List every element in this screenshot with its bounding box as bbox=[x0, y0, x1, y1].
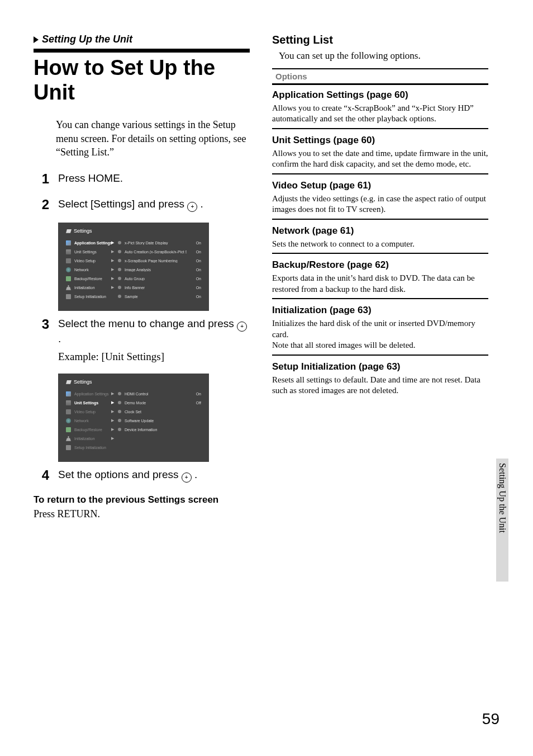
option-value: On bbox=[190, 277, 201, 281]
bullet-icon bbox=[118, 259, 121, 262]
option-block: Video Setup (page 61) Adjusts the video … bbox=[272, 180, 488, 220]
option-label: Auto Creation (x-ScrapBook/x-Pict Story) bbox=[125, 250, 187, 254]
menu-label: Application Settings bbox=[74, 392, 108, 396]
option-label: x-Pict Story Date Display bbox=[125, 241, 187, 245]
bullet-icon bbox=[118, 428, 121, 431]
menu-row: Initialization ▶ Info Banner On bbox=[66, 283, 201, 292]
step-text-b: . bbox=[192, 469, 198, 480]
chevron-right-icon: ▶ bbox=[111, 427, 115, 432]
chevron-right-icon: ▶ bbox=[111, 276, 115, 281]
setup-init-icon bbox=[66, 445, 71, 450]
screenshot-title-text: Settings bbox=[74, 228, 92, 234]
triangle-right-icon bbox=[34, 36, 39, 43]
menu-label: Unit Settings bbox=[74, 250, 108, 254]
initialization-icon bbox=[66, 285, 71, 290]
option-label: Software Update bbox=[125, 419, 187, 423]
bullet-icon bbox=[118, 241, 121, 244]
step-text-b: . bbox=[197, 198, 203, 210]
backup-icon bbox=[66, 427, 71, 432]
option-value: On bbox=[190, 295, 201, 299]
chevron-right-icon: ▶ bbox=[111, 249, 115, 254]
menu-row: Application Settings ▶ HDMI Control On bbox=[66, 389, 201, 398]
enter-button-icon bbox=[182, 472, 192, 483]
backup-icon bbox=[66, 276, 71, 281]
option-block: Backup/Restore (page 62) Exports data in… bbox=[272, 259, 488, 299]
step-text: Press HOME. bbox=[58, 171, 250, 187]
chevron-right-icon: ▶ bbox=[111, 400, 115, 405]
chevron-right-icon: ▶ bbox=[111, 240, 115, 245]
options-rule-thick bbox=[272, 83, 488, 85]
options-rule-top bbox=[272, 68, 488, 69]
option-title: Setup Initialization (page 63) bbox=[272, 361, 488, 372]
option-desc: Allows you to create “x-ScrapBook” and “… bbox=[272, 103, 488, 125]
menu-row: Unit Settings ▶ Auto Creation (x-ScrapBo… bbox=[66, 247, 201, 256]
option-desc: Adjusts the video settings (e.g. in case… bbox=[272, 193, 488, 215]
breadcrumb: Setting Up the Unit bbox=[34, 34, 250, 45]
option-label: Device Information bbox=[125, 428, 187, 432]
menu-row: Video Setup ▶ Clock Set bbox=[66, 407, 201, 416]
app-settings-icon bbox=[66, 391, 71, 396]
option-title: Initialization (page 63) bbox=[272, 305, 488, 316]
step-text-a: Set the options and press bbox=[58, 469, 182, 480]
divider bbox=[272, 253, 488, 254]
option-block: Application Settings (page 60) Allows yo… bbox=[272, 89, 488, 129]
toolbox-icon bbox=[66, 380, 72, 384]
divider bbox=[272, 298, 488, 299]
chevron-right-icon: ▶ bbox=[111, 267, 115, 272]
option-value: On bbox=[190, 250, 201, 254]
option-label: HDMI Control bbox=[125, 392, 187, 396]
menu-label: Video Setup bbox=[74, 259, 108, 263]
options-label: Options bbox=[275, 72, 488, 81]
menu-label: Setup Initialization bbox=[74, 446, 108, 450]
menu-row: Setup Initialization bbox=[66, 443, 201, 452]
enter-button-icon bbox=[237, 322, 247, 332]
screenshot-title-text: Settings bbox=[74, 379, 92, 385]
menu-row: Network ▶ Software Update bbox=[66, 416, 201, 425]
option-title: Network (page 61) bbox=[272, 225, 488, 237]
option-label: Demo Mode bbox=[125, 401, 187, 405]
menu-row: Video Setup ▶ x-ScrapBook Page Numbering… bbox=[66, 256, 201, 265]
bullet-icon bbox=[118, 277, 121, 280]
option-block: Network (page 61) Sets the network to co… bbox=[272, 225, 488, 254]
page-number: 59 bbox=[482, 710, 499, 728]
divider bbox=[272, 355, 488, 356]
menu-label: Application Settings bbox=[74, 241, 108, 245]
bullet-icon bbox=[118, 419, 121, 422]
step-1: 1 Press HOME. bbox=[34, 171, 250, 187]
settings-screenshot-2: Settings Application Settings ▶ HDMI Con… bbox=[58, 374, 209, 462]
chevron-right-icon: ▶ bbox=[111, 418, 115, 423]
bullet-icon bbox=[118, 250, 121, 253]
option-desc: Exports data in the unit’s hard disk to … bbox=[272, 273, 488, 295]
menu-label: Unit Settings bbox=[74, 401, 108, 405]
step-3: 3 Select the menu to change and press . … bbox=[34, 316, 250, 363]
option-value: On bbox=[190, 241, 201, 245]
step-text-b: . bbox=[58, 333, 61, 344]
menu-row: Backup/Restore ▶ Device Information bbox=[66, 425, 201, 434]
section-tab-text: Setting Up the Unit bbox=[496, 459, 508, 582]
menu-label: Initialization bbox=[74, 437, 108, 441]
option-label: Info Banner bbox=[125, 286, 187, 290]
option-title: Application Settings (page 60) bbox=[272, 89, 488, 101]
option-desc: Sets the network to connect to a compute… bbox=[272, 239, 488, 250]
video-setup-icon bbox=[66, 258, 71, 263]
option-value: On bbox=[190, 268, 201, 272]
screenshot-title: Settings bbox=[66, 379, 201, 385]
option-desc: Resets all settings to default. Date and… bbox=[272, 375, 488, 396]
menu-label: Video Setup bbox=[74, 410, 108, 414]
step-number: 1 bbox=[34, 171, 49, 187]
step-text-a: Select [Settings] and press bbox=[58, 198, 187, 210]
divider bbox=[272, 128, 488, 129]
chevron-right-icon: ▶ bbox=[111, 436, 115, 441]
video-setup-icon bbox=[66, 409, 71, 414]
option-block: Unit Settings (page 60) Allows you to se… bbox=[272, 135, 488, 174]
page-title: How to Set Up the Unit bbox=[34, 56, 250, 105]
chevron-right-icon: ▶ bbox=[111, 258, 115, 263]
chevron-right-icon: ▶ bbox=[111, 409, 115, 414]
option-block: Setup Initialization (page 63) Resets al… bbox=[272, 361, 488, 396]
right-column: Setting List You can set up the followin… bbox=[272, 34, 499, 521]
network-icon bbox=[66, 267, 71, 272]
bullet-icon bbox=[118, 286, 121, 289]
setup-init-icon bbox=[66, 294, 71, 299]
step-text: Select the menu to change and press . Ex… bbox=[58, 316, 250, 363]
chevron-right-icon: ▶ bbox=[111, 285, 115, 290]
